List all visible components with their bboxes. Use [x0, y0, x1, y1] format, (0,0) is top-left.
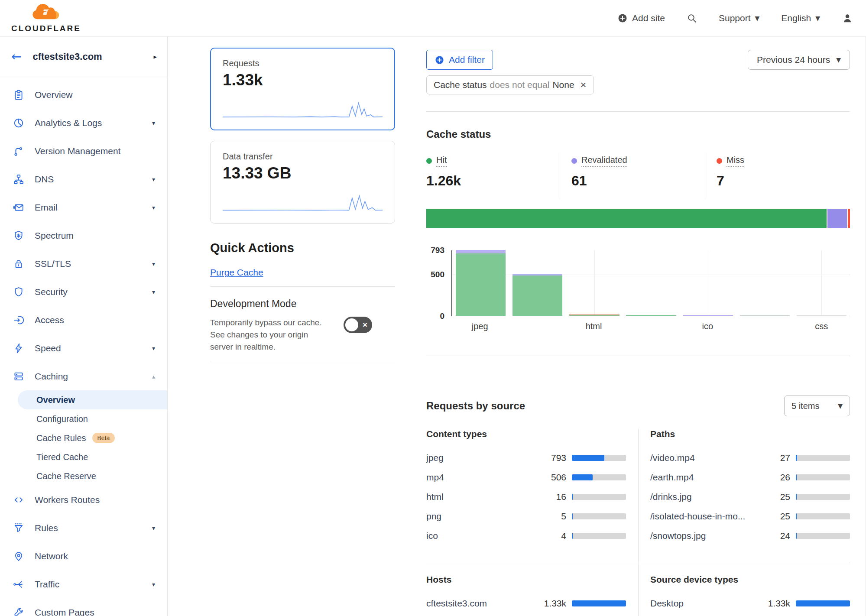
- stat-value: 7: [717, 173, 850, 189]
- stat-label[interactable]: Revalidated: [581, 155, 627, 167]
- paths-column: Paths /video.mp427/earth.mp426/drinks.jp…: [650, 429, 850, 563]
- add-filter-button[interactable]: Add filter: [426, 50, 493, 70]
- row-value: 24: [760, 531, 790, 541]
- purge-cache-link[interactable]: Purge Cache: [210, 267, 263, 278]
- sidebar-item-analytics-logs[interactable]: Analytics & Logs▾: [0, 109, 167, 137]
- items-count-selector[interactable]: 5 items ▼: [784, 396, 850, 416]
- sidebar-subitem-cache-reserve[interactable]: Cache Reserve: [18, 467, 167, 486]
- row-progress-track: [796, 533, 850, 539]
- sidebar-item-custom-pages[interactable]: Custom Pages: [0, 598, 167, 616]
- row-progress-track: [796, 600, 850, 606]
- stat-label[interactable]: Hit: [436, 155, 447, 167]
- sidebar-item-speed[interactable]: Speed▾: [0, 334, 167, 362]
- sidebar-item-overview[interactable]: Overview: [0, 81, 167, 109]
- sidebar-item-ssl-tls[interactable]: SSL/TLS▾: [0, 250, 167, 278]
- email-icon: [13, 202, 24, 213]
- dns-icon: [13, 174, 24, 185]
- sidebar-item-network[interactable]: Network: [0, 542, 167, 570]
- sidebar-item-workers-routes[interactable]: Workers Routes: [0, 486, 167, 514]
- y-tick-label: 500: [431, 270, 444, 279]
- time-range-selector[interactable]: Previous 24 hours ▼: [748, 50, 850, 70]
- close-icon[interactable]: ×: [581, 80, 587, 90]
- lightning-icon: [13, 343, 24, 354]
- bar-css: [797, 315, 847, 316]
- filter-chip[interactable]: Cache status does not equal None ×: [426, 75, 594, 94]
- list-row-png: png5: [426, 506, 626, 526]
- sidebar-item-label: Security: [35, 287, 152, 297]
- back-arrow-icon[interactable]: ←: [11, 51, 21, 63]
- sidebar-item-security[interactable]: Security▾: [0, 278, 167, 306]
- pin-icon: [13, 551, 24, 562]
- sidebar-subitem-cache-rules[interactable]: Cache RulesBeta: [18, 428, 167, 447]
- bar-cap: [456, 250, 506, 253]
- add-site-button[interactable]: Add site: [617, 13, 665, 23]
- sidebar-item-spectrum[interactable]: Spectrum: [0, 221, 167, 250]
- access-icon: [13, 314, 24, 326]
- sidebar-submenu-caching: OverviewConfigurationCache RulesBetaTier…: [0, 390, 167, 486]
- row-value: 27: [760, 453, 790, 463]
- sidebar-item-email[interactable]: Email▾: [0, 193, 167, 221]
- sidebar-item-version-management[interactable]: Version Management: [0, 137, 167, 165]
- stat-value: 61: [571, 173, 705, 189]
- metric-title: Data transfer: [223, 152, 383, 162]
- row-label: Desktop: [650, 598, 760, 609]
- stat-label[interactable]: Miss: [727, 155, 744, 167]
- row-value: 16: [536, 492, 566, 502]
- code-icon: [13, 494, 24, 506]
- site-switcher[interactable]: ← cftestsite3.com ▸: [0, 37, 167, 77]
- sidebar-subitem-overview[interactable]: Overview: [18, 390, 167, 409]
- cloudflare-logo[interactable]: CLOUDFLARE: [11, 3, 81, 33]
- sidebar-item-label: Access: [35, 315, 155, 325]
- search-icon[interactable]: [687, 13, 697, 23]
- filter-field: Cache status: [434, 80, 487, 90]
- user-profile-icon[interactable]: [842, 13, 853, 24]
- sidebar-item-traffic[interactable]: Traffic▾: [0, 570, 167, 598]
- content-types-column: Content types jpeg793mp4506html16png5ico…: [426, 429, 626, 563]
- sidebar-item-rules[interactable]: Rules▾: [0, 514, 167, 542]
- development-mode-toggle[interactable]: ×: [344, 317, 372, 333]
- sidebar-subitem-configuration[interactable]: Configuration: [18, 409, 167, 428]
- sidebar: ← cftestsite3.com ▸ OverviewAnalytics & …: [0, 37, 168, 616]
- source-device-types-column: Source device types Desktop1.33k: [650, 574, 850, 613]
- sidebar-item-label: Analytics & Logs: [35, 118, 152, 128]
- stacked-segment-hit: [426, 209, 827, 228]
- bar-png: [626, 315, 676, 316]
- row-label: cftestsite3.com: [426, 598, 536, 609]
- quick-actions-title: Quick Actions: [210, 241, 395, 255]
- cache-analytics-panel: Add filter Previous 24 hours ▼ Cache sta…: [407, 37, 866, 616]
- bar-html: [569, 314, 619, 316]
- development-mode-title: Development Mode: [210, 298, 395, 310]
- chevron-down-icon: ▼: [838, 402, 843, 409]
- bar-chart-plot: [451, 250, 850, 316]
- paths-header: Paths: [650, 429, 850, 442]
- chevron-down-icon: ▾: [152, 581, 155, 588]
- sidebar-item-access[interactable]: Access: [0, 306, 167, 334]
- row-progress-fill: [572, 533, 573, 539]
- sidebar-item-caching[interactable]: Caching▴: [0, 362, 167, 390]
- stat-value: 1.26k: [426, 173, 560, 189]
- server-icon: [13, 371, 24, 382]
- row-progress-track: [796, 455, 850, 461]
- sidebar-item-label: Overview: [35, 90, 155, 100]
- sidebar-subitem-tiered-cache[interactable]: Tiered Cache: [18, 447, 167, 467]
- sidebar-item-label: DNS: [35, 174, 152, 185]
- requests-sparkline: [223, 101, 383, 120]
- cache-status-title: Cache status: [426, 128, 850, 140]
- sidebar-item-label: Workers Routes: [35, 495, 155, 505]
- row-progress-fill: [572, 494, 573, 500]
- sidebar-item-dns[interactable]: DNS▾: [0, 165, 167, 193]
- data-transfer-metric-card[interactable]: Data transfer 13.33 GB: [210, 141, 395, 224]
- row-label: mp4: [426, 472, 536, 483]
- row-label: /video.mp4: [650, 453, 760, 463]
- bar-ico: [683, 315, 733, 316]
- source-device-types-header: Source device types: [650, 574, 850, 587]
- language-menu[interactable]: English ▼: [781, 13, 820, 23]
- spectrum-icon: [13, 230, 24, 241]
- chevron-down-icon: ▼: [755, 15, 760, 22]
- row-value: 1.33k: [760, 598, 790, 609]
- list-row-ico: ico4: [426, 526, 626, 545]
- x-tick-label: [508, 321, 565, 331]
- chevron-down-icon: ▾: [152, 120, 155, 126]
- requests-metric-card[interactable]: Requests 1.33k: [210, 48, 395, 130]
- support-menu[interactable]: Support ▼: [719, 13, 759, 23]
